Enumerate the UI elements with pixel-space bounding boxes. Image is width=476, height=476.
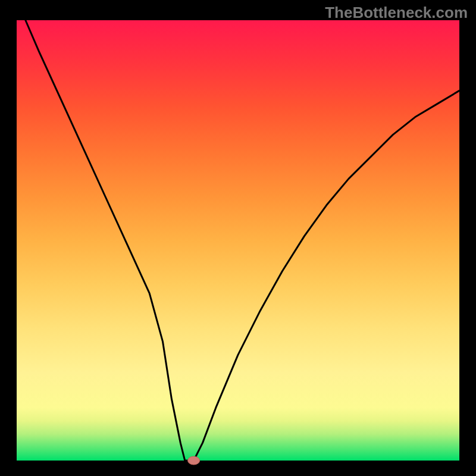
watermark-text: TheBottleneck.com (325, 4, 468, 22)
plot-area (17, 20, 459, 461)
bottleneck-chart (0, 0, 476, 476)
chart-container: TheBottleneck.com (0, 0, 476, 476)
optimal-point-marker (188, 456, 200, 465)
